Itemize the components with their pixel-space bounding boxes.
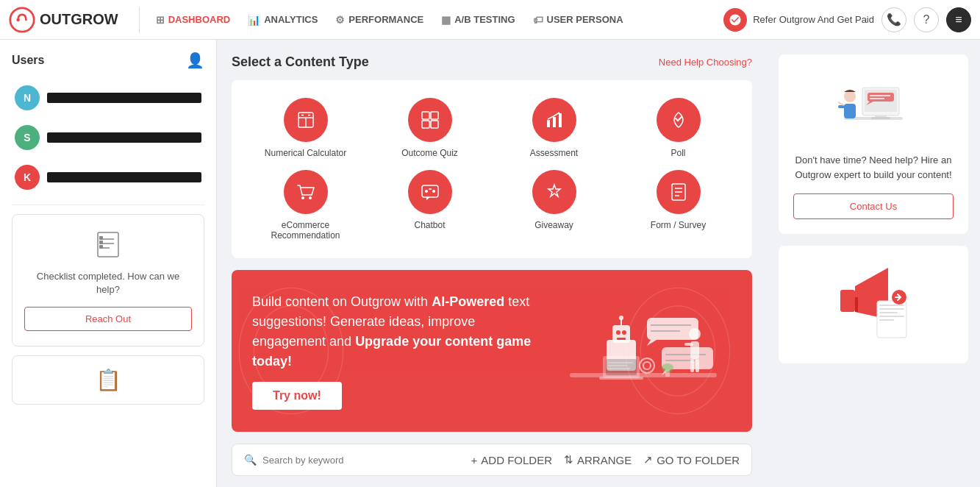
go-to-folder-icon: ↗ [643,453,653,466]
numerical-calculator-icon [284,98,328,142]
svg-point-21 [301,196,304,199]
user-name-redacted [47,172,201,182]
performance-icon: ⚙ [335,14,345,26]
svg-point-1 [16,18,20,21]
svg-point-24 [425,190,428,193]
svg-rect-2 [98,232,118,257]
svg-rect-7 [99,241,103,244]
content-type-outcome-quiz[interactable]: Outcome Quiz [373,98,486,158]
svg-rect-80 [879,308,904,310]
users-settings-icon[interactable]: 👤 [186,51,204,69]
ai-banner: Build content on Outgrow with AI-Powered… [232,270,752,432]
need-help-link[interactable]: Need Help Choosing? [659,57,752,68]
checklist-icon [24,230,192,264]
svg-rect-82 [879,316,904,317]
phone-button[interactable]: 📞 [881,7,906,32]
giveaway-icon [532,170,576,214]
second-sidebar-card: 📋 [12,355,204,405]
list-item[interactable]: S [12,119,204,156]
analytics-icon: 📊 [248,14,260,26]
help-button[interactable]: ? [914,7,939,32]
outcome-quiz-icon [408,98,452,142]
nav-divider [139,7,140,33]
top-navigation: OUTGROW ⊞ DASHBOARD 📊 ANALYTICS ⚙ PERFOR… [0,0,980,40]
second-card-icon: 📋 [24,368,192,392]
search-bar: 🔍 + ADD FOLDER ⇅ ARRANGE ↗ GO TO FOLDER [232,444,752,476]
logo[interactable]: OUTGROW [9,7,118,33]
refer-label: Refer Outgrow And Get Paid [753,14,874,25]
sidebar-divider [12,205,204,205]
nav-item-ab-testing[interactable]: ▦ A/B TESTING [434,10,522,30]
svg-rect-16 [422,121,429,128]
svg-point-25 [432,190,435,193]
hire-expert-card: Don't have time? Need help? Hire an Outg… [779,54,968,234]
add-folder-icon: + [471,454,478,466]
list-item[interactable]: K [12,159,204,196]
nav-items: ⊞ DASHBOARD 📊 ANALYTICS ⚙ PERFORMANCE ▦ … [149,10,631,30]
svg-rect-76 [840,290,855,312]
arrange-button[interactable]: ⇅ ARRANGE [564,453,632,466]
nav-item-analytics[interactable]: 📊 ANALYTICS [240,10,325,30]
svg-point-31 [239,288,343,413]
ab-testing-icon: ▦ [441,14,451,26]
menu-button[interactable]: ≡ [946,7,971,32]
logo-text: OUTGROW [40,11,118,28]
refer-button[interactable]: Refer Outgrow And Get Paid [723,8,874,32]
content-type-poll[interactable]: Poll [622,98,734,158]
nav-item-user-persona[interactable]: 🏷 USER PERSONA [526,10,631,30]
content-type-chatbot[interactable]: Chatbot [373,170,486,241]
nav-right: Refer Outgrow And Get Paid 📞 ? ≡ [723,7,971,32]
sidebar: Users 👤 N S K [0,40,217,487]
svg-rect-14 [422,112,429,119]
search-input[interactable] [262,455,459,466]
avatar: S [15,125,40,150]
main-layout: Users 👤 N S K [0,40,980,487]
user-list: N S K [12,79,204,196]
checklist-card: Checklist completed. How can we help? Re… [12,214,204,346]
contact-us-button[interactable]: Contact Us [793,193,954,219]
svg-rect-17 [431,121,438,128]
svg-point-0 [10,7,34,31]
svg-rect-81 [879,312,898,313]
go-to-folder-button[interactable]: ↗ GO TO FOLDER [643,453,740,466]
content-type-header: Select a Content Type Need Help Choosing… [232,54,752,70]
sidebar-header: Users 👤 [12,51,204,69]
add-folder-button[interactable]: + ADD FOLDER [471,454,552,466]
svg-rect-20 [559,113,562,127]
svg-rect-79 [879,305,904,306]
svg-rect-15 [431,112,438,119]
svg-point-32 [254,306,328,396]
content-type-assessment[interactable]: Assessment [498,98,610,158]
reach-out-button[interactable]: Reach Out [24,307,192,331]
content-type-grid: Numerical Calculator Outcome Quiz [232,80,752,258]
dashboard-icon: ⊞ [156,14,165,26]
refer-avatar [723,8,747,32]
hire-illustration [793,69,954,143]
content-type-form-survey[interactable]: Form / Survey [622,170,734,241]
second-right-card [779,246,968,363]
hire-text: Don't have time? Need help? Hire an Outg… [793,153,954,182]
user-persona-icon: 🏷 [533,14,543,26]
form-survey-icon [657,170,701,214]
svg-rect-8 [99,245,103,249]
svg-rect-19 [553,117,556,127]
poll-icon [657,98,701,142]
content-area: Select a Content Type Need Help Choosing… [217,40,767,487]
search-input-wrap: 🔍 [244,454,459,466]
content-type-giveaway[interactable]: Giveaway [498,170,610,241]
arrange-icon: ⇅ [564,453,573,466]
nav-item-dashboard[interactable]: ⊞ DASHBOARD [149,10,238,30]
content-type-ecommerce[interactable]: eCommerce Recommendation [249,170,362,241]
nav-item-performance[interactable]: ⚙ PERFORMANCE [328,10,431,30]
search-icon: 🔍 [244,454,257,466]
content-type-numerical-calculator[interactable]: Numerical Calculator [249,98,362,158]
avatar: N [15,85,40,110]
user-name-redacted [47,93,201,103]
svg-rect-18 [547,120,550,127]
svg-rect-69 [868,93,894,102]
svg-rect-83 [879,319,894,321]
svg-line-75 [838,102,844,105]
section-title: Select a Content Type [232,54,369,70]
svg-point-34 [640,306,715,396]
list-item[interactable]: N [12,79,204,116]
